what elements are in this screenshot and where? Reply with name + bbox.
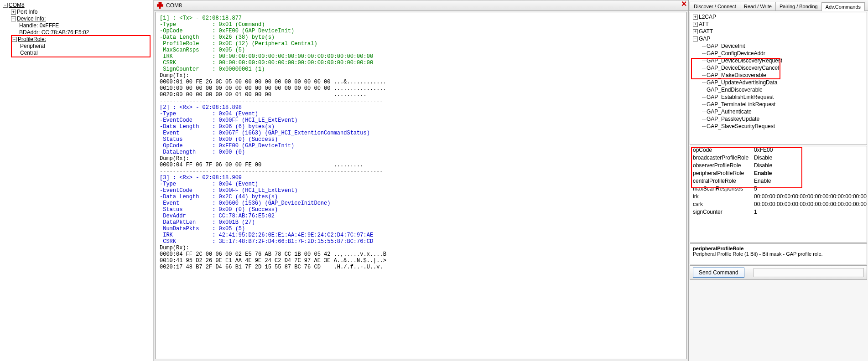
gap-item[interactable]: GAP_ConfigDeviceAddr: [702, 50, 866, 57]
log-l3b: -EventCode : 0x00FF (HCI_LE_ExtEvent): [160, 187, 297, 194]
property-row[interactable]: broadcasterProfileRoleDisable: [690, 154, 867, 162]
root-label[interactable]: COM8: [9, 2, 25, 8]
gap-item[interactable]: GAP_DeviceInit: [702, 42, 866, 50]
log-d1c: 0010:00 00 00 00 00 00 00 00 00 00 00 00…: [160, 85, 386, 92]
plus-icon[interactable]: +: [693, 22, 698, 27]
tree-device-info[interactable]: −Device Info:: [11, 15, 151, 22]
log-l2e: Status : 0x00 (0) (Success): [160, 136, 278, 143]
log-l2a: -Type : 0x04 (Event): [160, 111, 258, 117]
close-icon[interactable]: ✕: [680, 0, 688, 9]
plus-icon[interactable]: +: [11, 10, 16, 15]
tab-discover-connect[interactable]: Discover / Connect: [690, 2, 740, 10]
log-sep2: ----------------------------------------…: [160, 168, 383, 175]
tree-gatt[interactable]: +GATT: [691, 28, 866, 35]
tree-port-info[interactable]: +Port Info: [11, 9, 151, 15]
minus-icon[interactable]: −: [693, 36, 698, 41]
log-h1: [1] : <Tx> - 02:08:18.877: [160, 15, 242, 21]
log-l3c: -Data Length : 0x2C (44) bytes(s): [160, 194, 278, 200]
gap-item[interactable]: GAP_Authenticate: [702, 108, 866, 115]
app-root: −COM8 +Port Info −Device Info: Handle: 0…: [0, 0, 868, 361]
property-row[interactable]: maxScanResponses5: [690, 185, 867, 193]
log-sep1: ----------------------------------------…: [160, 98, 383, 104]
tabs-row: Discover / Connect Read / Write Pairing …: [689, 0, 868, 11]
log-l3g: DataPktLen : 0x001B (27): [160, 219, 255, 226]
log-l1a: -Type : 0x01 (Command): [160, 21, 265, 28]
property-value[interactable]: 0xFE00: [751, 146, 867, 154]
property-row[interactable]: centralProfileRoleEnable: [690, 177, 867, 185]
property-value[interactable]: 1: [751, 208, 867, 216]
tree-central[interactable]: Central: [20, 50, 150, 57]
log-l2b: -EventCode : 0x00FF (HCI_LE_ExtEvent): [160, 117, 297, 124]
minus-icon[interactable]: −: [3, 3, 8, 8]
tab-adv-commands[interactable]: Adv.Commands: [821, 2, 865, 11]
property-key: csrk: [690, 201, 751, 208]
gap-item[interactable]: GAP_MakeDiscoverable: [702, 72, 866, 79]
tree-profile-role[interactable]: −ProfileRole:: [12, 36, 150, 43]
desc-text: Peripheral Profile Role (1 Bit) - Bit ma…: [693, 251, 864, 257]
tab-pairing-bonding[interactable]: Pairing / Bonding: [775, 2, 822, 10]
property-key: opCode: [690, 146, 751, 154]
property-value[interactable]: Enable: [751, 170, 867, 177]
property-value[interactable]: 00:00:00:00:00:00:00:00:00:00:00:00:00:0…: [751, 201, 867, 208]
profile-role-label[interactable]: ProfileRole:: [18, 36, 46, 42]
left-tree-pane: −COM8 +Port Info −Device Info: Handle: 0…: [0, 0, 154, 361]
gap-item[interactable]: GAP_PasskeyUpdate: [702, 115, 866, 123]
gap-item[interactable]: GAP_DeviceDiscoveryRequest: [702, 57, 866, 64]
log-pane: COM8 ✕ [1] : <Tx> - 02:08:18.877 -Type :…: [154, 0, 688, 361]
gap-item[interactable]: GAP_SlaveSecurityRequest: [702, 123, 866, 130]
send-command-button[interactable]: Send Command: [693, 268, 744, 278]
property-row[interactable]: irk00:00:00:00:00:00:00:00:00:00:00:00:0…: [690, 193, 867, 201]
log-d2a: Dump(Rx):: [160, 155, 189, 162]
gap-item[interactable]: GAP_DeviceDiscoveryCancel: [702, 64, 866, 72]
property-value[interactable]: 00:00:00:00:00:00:00:00:00:00:00:00:00:0…: [751, 193, 867, 201]
gap-item[interactable]: GAP_UpdateAdvertisingData: [702, 79, 866, 86]
status-slot: [754, 268, 864, 277]
log-l3f: DevAddr : CC:78:AB:76:E5:02: [160, 213, 275, 219]
log-d1d: 0020:00 00 00 00 00 00 01 00 00 00 .....…: [160, 92, 367, 98]
property-row[interactable]: observerProfileRoleDisable: [690, 162, 867, 170]
property-value[interactable]: Disable: [751, 162, 867, 170]
log-d3c: 0010:41 95 D2 26 0E E1 AA 4E 9E 24 C2 D4…: [160, 258, 386, 264]
log-l1g: CSRK : 00:00:00:00:00:00:00:00:00:00:00:…: [160, 60, 373, 66]
tree-handle[interactable]: Handle: 0xFFFE: [19, 22, 151, 29]
log-l3j: CSRK : 3E:17:48:B7:2F:D4:66:B1:7F:2D:15:…: [160, 238, 373, 245]
log-d1a: Dump(Tx):: [160, 72, 189, 79]
gap-item[interactable]: GAP_EstablishLinkRequest: [702, 93, 866, 101]
log-title: COM8: [166, 2, 182, 9]
tree-peripheral[interactable]: Peripheral: [20, 43, 150, 50]
minus-icon[interactable]: −: [12, 37, 17, 42]
property-row[interactable]: signCounter1: [690, 208, 867, 216]
tab-read-write[interactable]: Read / Write: [740, 2, 776, 10]
property-key: irk: [690, 193, 751, 201]
tree-root-com[interactable]: −COM8: [3, 2, 151, 9]
tree-att[interactable]: +ATT: [691, 21, 866, 28]
log-body[interactable]: [1] : <Tx> - 02:08:18.877 -Type : 0x01 (…: [156, 12, 686, 359]
gap-item[interactable]: GAP_TerminateLinkRequest: [702, 101, 866, 108]
property-value[interactable]: 5: [751, 185, 867, 193]
log-d3a: Dump(Rx):: [160, 245, 189, 251]
device-info-label[interactable]: Device Info:: [17, 15, 46, 22]
gap-item[interactable]: GAP_EndDiscoverable: [702, 86, 866, 93]
port-info-label: Port Info: [17, 9, 37, 15]
button-panel: Send Command: [690, 265, 867, 280]
log-l3i: IRK : 42:41:95:D2:26:0E:E1:AA:4E:9E:24:C…: [160, 232, 373, 238]
ti-logo-icon: [157, 2, 163, 9]
property-row[interactable]: opCode0xFE00: [690, 146, 867, 154]
tree-l2cap[interactable]: +L2CAP: [691, 13, 866, 21]
command-tree-panel: +L2CAP +ATT +GATT −GAP GAP_DeviceInitGAP…: [690, 12, 867, 145]
property-value[interactable]: Disable: [751, 154, 867, 162]
property-row[interactable]: csrk00:00:00:00:00:00:00:00:00:00:00:00:…: [690, 201, 867, 208]
log-l2f: OpCode : 0xFE00 (GAP_DeviceInit): [160, 143, 294, 149]
property-row[interactable]: peripheralProfileRoleEnable: [690, 170, 867, 177]
log-l1f: IRK : 00:00:00:00:00:00:00:00:00:00:00:0…: [160, 53, 373, 60]
plus-icon[interactable]: +: [693, 29, 698, 34]
property-key: peripheralProfileRole: [690, 170, 751, 177]
log-l1h: SignCounter : 0x00000001 (1): [160, 66, 265, 72]
property-value[interactable]: Enable: [751, 177, 867, 185]
plus-icon[interactable]: +: [693, 15, 698, 20]
log-d3d: 0020:17 48 B7 2F D4 66 B1 7F 2D 15 55 87…: [160, 264, 383, 270]
minus-icon[interactable]: −: [11, 16, 16, 21]
log-d2b: 0000:04 FF 06 7F 06 00 00 FE 00 ........…: [160, 162, 363, 168]
log-l1c: -Data Length : 0x26 (38) byte(s): [160, 34, 275, 41]
tree-gap[interactable]: −GAP: [691, 35, 866, 42]
